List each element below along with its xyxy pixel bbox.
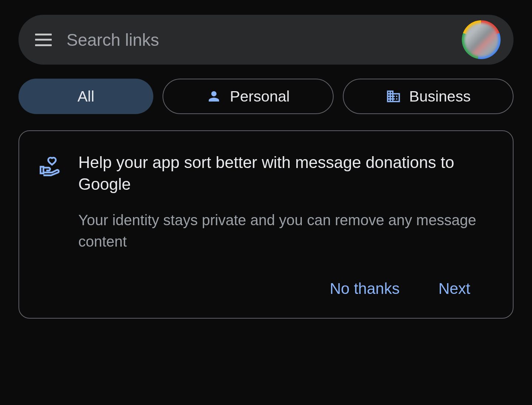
hand-heart-icon [38,154,61,298]
card-title: Help your app sort better with message d… [78,151,491,195]
next-button[interactable]: Next [439,280,470,298]
tab-business-label: Business [409,88,471,105]
card-content: Help your app sort better with message d… [78,151,491,298]
search-input[interactable] [52,30,462,50]
tab-personal-label: Personal [230,88,290,105]
tab-personal[interactable]: Personal [163,79,334,114]
person-icon [206,89,222,104]
no-thanks-button[interactable]: No thanks [330,280,400,298]
card-subtitle: Your identity stays private and you can … [78,209,491,252]
search-bar [18,15,514,65]
tab-business[interactable]: Business [343,79,514,114]
donation-card: Help your app sort better with message d… [18,130,514,319]
avatar-image [464,23,498,57]
filter-tabs: All Personal Business [18,79,514,114]
card-actions: No thanks Next [78,280,491,298]
menu-icon[interactable] [35,34,52,46]
avatar[interactable] [462,20,501,59]
tab-all-label: All [78,88,95,105]
tab-all[interactable]: All [18,79,153,114]
building-icon [386,89,401,104]
